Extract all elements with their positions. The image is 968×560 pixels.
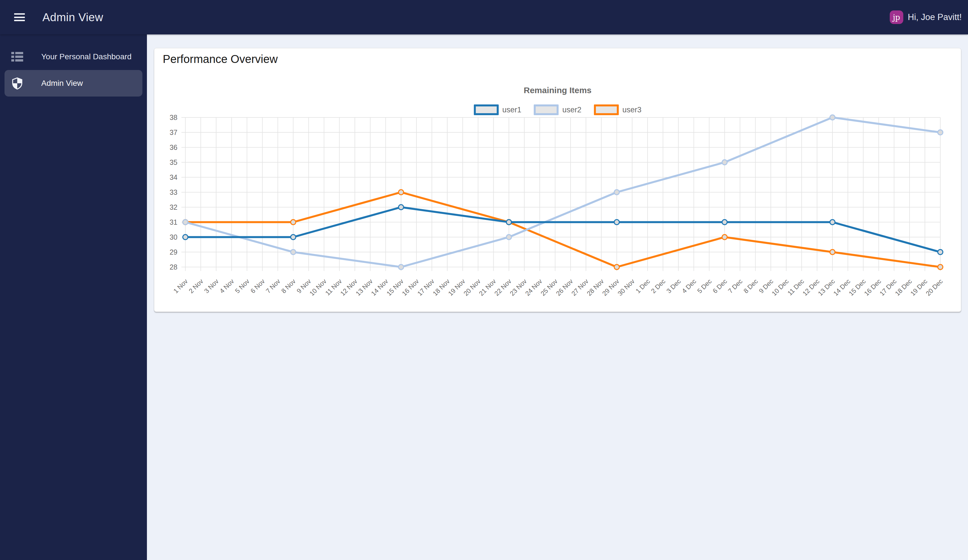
user-greeting: Hi, Joe Pavitt!	[908, 12, 962, 22]
svg-text:14 Dec: 14 Dec	[832, 278, 852, 297]
svg-text:27 Nov: 27 Nov	[570, 278, 590, 297]
svg-text:6 Dec: 6 Dec	[711, 278, 728, 295]
svg-text:30 Nov: 30 Nov	[616, 278, 636, 297]
svg-text:24 Nov: 24 Nov	[524, 278, 544, 297]
svg-text:12 Nov: 12 Nov	[339, 278, 358, 297]
svg-text:28: 28	[169, 263, 177, 271]
svg-text:5 Nov: 5 Nov	[234, 278, 251, 295]
svg-text:30: 30	[169, 233, 177, 241]
svg-text:6 Nov: 6 Nov	[249, 278, 266, 295]
svg-text:19 Dec: 19 Dec	[909, 278, 929, 297]
avatar[interactable]: jp	[890, 10, 903, 24]
svg-text:20 Dec: 20 Dec	[925, 278, 944, 297]
svg-text:8 Dec: 8 Dec	[742, 278, 759, 295]
svg-text:7 Dec: 7 Dec	[727, 278, 744, 295]
svg-text:19 Nov: 19 Nov	[447, 278, 466, 297]
svg-text:8 Nov: 8 Nov	[280, 278, 297, 295]
svg-text:31: 31	[169, 218, 177, 226]
sidebar-item-personal-dashboard[interactable]: Your Personal Dashboard	[5, 43, 143, 70]
topbar: Admin View jp Hi, Joe Pavitt!	[0, 0, 968, 35]
main-content: Performance Overview Remaining Items use…	[147, 35, 968, 560]
svg-text:32: 32	[169, 203, 177, 211]
svg-text:13 Nov: 13 Nov	[354, 278, 374, 297]
svg-text:2 Dec: 2 Dec	[650, 278, 667, 295]
line-chart[interactable]: 1 Nov2 Nov3 Nov4 Nov5 Nov6 Nov7 Nov8 Nov…	[157, 112, 954, 304]
svg-text:15 Dec: 15 Dec	[847, 278, 867, 297]
sidebar-item-label: Your Personal Dashboard	[41, 52, 132, 61]
svg-text:3 Nov: 3 Nov	[203, 278, 220, 295]
svg-text:34: 34	[169, 173, 177, 181]
svg-text:21 Nov: 21 Nov	[477, 278, 497, 297]
svg-text:5 Dec: 5 Dec	[696, 278, 713, 295]
svg-text:28 Nov: 28 Nov	[585, 278, 605, 297]
svg-text:33: 33	[169, 188, 177, 196]
svg-text:14 Nov: 14 Nov	[370, 278, 390, 297]
svg-text:10 Dec: 10 Dec	[770, 278, 790, 297]
svg-text:4 Dec: 4 Dec	[680, 278, 698, 295]
svg-text:1 Dec: 1 Dec	[634, 278, 651, 295]
performance-card: Performance Overview Remaining Items use…	[154, 48, 961, 312]
svg-text:11 Nov: 11 Nov	[324, 278, 343, 297]
topbar-title: Admin View	[42, 11, 103, 24]
svg-text:13 Dec: 13 Dec	[817, 278, 836, 297]
svg-text:38: 38	[169, 114, 177, 121]
svg-text:23 Nov: 23 Nov	[508, 278, 528, 297]
svg-text:25 Nov: 25 Nov	[539, 278, 559, 297]
svg-text:11 Dec: 11 Dec	[786, 278, 806, 297]
svg-text:3 Dec: 3 Dec	[665, 278, 682, 295]
svg-text:15 Nov: 15 Nov	[385, 278, 405, 297]
svg-text:20 Nov: 20 Nov	[462, 278, 482, 297]
sidebar-item-admin-view[interactable]: Admin View	[5, 70, 143, 97]
svg-text:2 Nov: 2 Nov	[187, 278, 205, 295]
topbar-user-area: jp Hi, Joe Pavitt!	[890, 10, 962, 24]
svg-text:10 Nov: 10 Nov	[308, 278, 328, 297]
dashboard-list-icon	[11, 51, 23, 63]
svg-text:26 Nov: 26 Nov	[555, 278, 574, 297]
sidebar-item-label: Admin View	[41, 79, 83, 88]
chart-title: Remaining Items	[154, 86, 961, 95]
svg-text:16 Dec: 16 Dec	[863, 278, 882, 297]
svg-text:17 Nov: 17 Nov	[416, 278, 436, 297]
svg-text:18 Dec: 18 Dec	[894, 278, 913, 297]
svg-text:35: 35	[169, 159, 177, 166]
hamburger-menu-button[interactable]	[14, 13, 25, 21]
svg-text:4 Nov: 4 Nov	[218, 278, 235, 295]
svg-text:29 Nov: 29 Nov	[601, 278, 620, 297]
svg-text:7 Nov: 7 Nov	[264, 278, 282, 295]
svg-text:37: 37	[169, 129, 177, 136]
svg-text:29: 29	[169, 248, 177, 256]
page-title: Performance Overview	[163, 53, 278, 66]
svg-text:1 Nov: 1 Nov	[172, 278, 189, 295]
svg-text:16 Nov: 16 Nov	[401, 278, 421, 297]
shield-icon	[11, 77, 23, 89]
svg-text:12 Dec: 12 Dec	[801, 278, 821, 297]
hamburger-icon	[14, 13, 25, 15]
avatar-initials: jp	[893, 13, 900, 22]
svg-text:18 Nov: 18 Nov	[431, 278, 451, 297]
svg-text:22 Nov: 22 Nov	[493, 278, 513, 297]
svg-text:17 Dec: 17 Dec	[878, 278, 898, 297]
svg-text:36: 36	[169, 144, 177, 151]
sidebar: Your Personal Dashboard Admin View	[0, 35, 147, 560]
